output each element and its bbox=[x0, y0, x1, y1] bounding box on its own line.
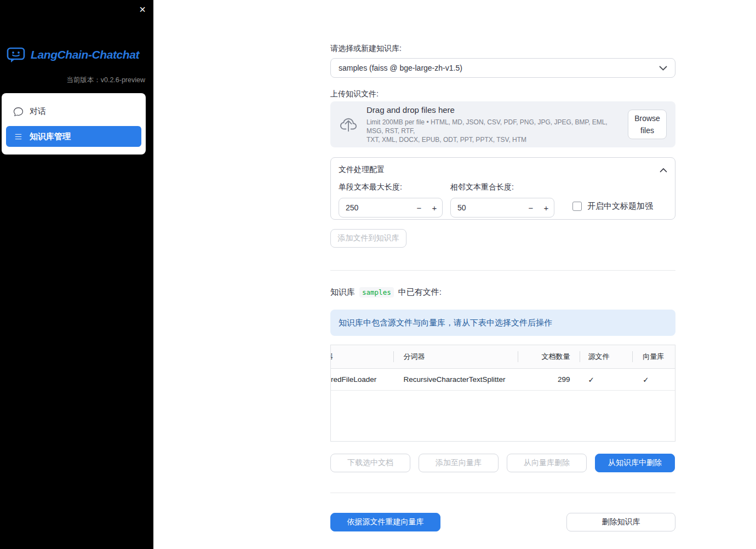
header-cell-source[interactable]: 源文件 bbox=[580, 345, 633, 368]
chevron-up-icon bbox=[660, 168, 667, 173]
overlap-group: 相邻文本重合长度: − + bbox=[450, 181, 554, 218]
kb-selectbox[interactable]: samples (faiss @ bge-large-zh-v1.5) bbox=[330, 58, 675, 78]
dropzone-limit-line1: Limit 200MB per file • HTML, MD, JSON, C… bbox=[366, 118, 619, 135]
divider bbox=[330, 270, 675, 271]
existing-files-prefix: 知识库 bbox=[330, 287, 355, 298]
close-icon[interactable]: × bbox=[139, 3, 146, 16]
table-actions: 下载选中文档 添加至向量库 从向量库删除 从知识库中删除 bbox=[330, 454, 675, 472]
menu-item-knowledge-base[interactable]: 知识库管理 bbox=[6, 126, 141, 147]
config-expander: 文件处理配置 单段文本最大长度: − + 相邻文本重合长度: − + bbox=[330, 157, 675, 220]
existing-files-suffix: 中已有文件: bbox=[398, 287, 442, 298]
zh-title-checkbox[interactable] bbox=[572, 202, 582, 211]
sidebar: × LangChain-Chatchat 当前版本：v0.2.6-preview… bbox=[0, 0, 153, 549]
chunk-size-group: 单段文本最大长度: − + bbox=[339, 181, 443, 218]
list-icon bbox=[14, 132, 23, 141]
kb-name-code: samples bbox=[359, 287, 394, 298]
chevron-down-icon bbox=[659, 66, 667, 71]
rebuild-vector-button[interactable]: 依据源文件重建向量库 bbox=[330, 513, 440, 531]
version-text: 当前版本：v0.2.6-preview bbox=[0, 76, 145, 85]
logo-text: LangChain-Chatchat bbox=[31, 48, 139, 61]
menu-item-label: 对话 bbox=[30, 106, 46, 117]
plus-button[interactable]: + bbox=[539, 203, 554, 213]
files-table: 器 分词器 文档数量 源文件 向量库 redFileLoader Recursi… bbox=[330, 345, 675, 442]
add-files-button[interactable]: 添加文件到知识库 bbox=[330, 229, 406, 248]
config-expander-header[interactable]: 文件处理配置 bbox=[339, 163, 667, 176]
delete-from-kb-button[interactable]: 从知识库中删除 bbox=[595, 454, 675, 472]
add-to-vector-button[interactable]: 添加至向量库 bbox=[419, 454, 499, 472]
footer-actions: 依据源文件重建向量库 删除知识库 bbox=[330, 513, 675, 531]
zh-title-checkbox-row: 开启中文标题加强 bbox=[572, 196, 653, 216]
chat-bubble-icon bbox=[14, 107, 23, 116]
header-cell-splitter[interactable]: 分词器 bbox=[394, 345, 518, 368]
info-banner-text: 知识库中包含源文件与向量库，请从下表中选择文件后操作 bbox=[339, 318, 552, 328]
download-selected-button[interactable]: 下载选中文档 bbox=[330, 454, 410, 472]
upload-label: 上传知识文件: bbox=[330, 88, 675, 99]
cell-source-check: ✓ bbox=[580, 369, 633, 390]
info-banner: 知识库中包含源文件与向量库，请从下表中选择文件后操作 bbox=[330, 310, 675, 336]
config-expander-body: 单段文本最大长度: − + 相邻文本重合长度: − + 开启中文标题加强 bbox=[339, 181, 667, 218]
minus-button[interactable]: − bbox=[411, 203, 427, 213]
menu-item-dialogue[interactable]: 对话 bbox=[6, 101, 141, 122]
divider bbox=[330, 493, 675, 493]
header-cell-loader[interactable]: 器 bbox=[331, 345, 394, 368]
table-header: 器 分词器 文档数量 源文件 向量库 bbox=[331, 345, 675, 369]
chunk-size-input[interactable]: − + bbox=[339, 198, 443, 218]
main-content: 请选择或新建知识库: samples (faiss @ bge-large-zh… bbox=[330, 0, 675, 531]
file-dropzone[interactable]: Drag and drop files here Limit 200MB per… bbox=[330, 101, 675, 147]
browse-files-button[interactable]: Browse files bbox=[628, 110, 667, 140]
logo-chat-icon bbox=[7, 47, 26, 63]
cell-loader: redFileLoader bbox=[331, 369, 394, 390]
dropzone-title: Drag and drop files here bbox=[366, 105, 619, 115]
cell-docs: 299 bbox=[518, 369, 580, 390]
cloud-upload-icon bbox=[339, 116, 358, 133]
overlap-input[interactable]: − + bbox=[450, 198, 554, 218]
app-logo: LangChain-Chatchat bbox=[7, 47, 139, 63]
delete-kb-button[interactable]: 删除知识库 bbox=[566, 513, 675, 531]
menu-item-label: 知识库管理 bbox=[30, 131, 71, 142]
cell-vector-check: ✓ bbox=[633, 369, 675, 390]
dropzone-texts: Drag and drop files here Limit 200MB per… bbox=[366, 105, 619, 144]
header-cell-docs[interactable]: 文档数量 bbox=[518, 345, 580, 368]
sidebar-menu: 对话 知识库管理 bbox=[2, 93, 146, 155]
remove-from-vector-button[interactable]: 从向量库删除 bbox=[507, 454, 587, 472]
chunk-size-value[interactable] bbox=[339, 203, 411, 212]
existing-files-line: 知识库 samples 中已有文件: bbox=[330, 287, 675, 298]
kb-select-label: 请选择或新建知识库: bbox=[330, 43, 675, 54]
header-cell-vector[interactable]: 向量库 bbox=[633, 345, 675, 368]
cell-splitter: RecursiveCharacterTextSplitter bbox=[394, 369, 518, 390]
overlap-value[interactable] bbox=[451, 203, 523, 212]
plus-button[interactable]: + bbox=[427, 203, 442, 213]
chunk-size-label: 单段文本最大长度: bbox=[339, 181, 443, 192]
overlap-label: 相邻文本重合长度: bbox=[450, 181, 554, 192]
minus-button[interactable]: − bbox=[523, 203, 539, 213]
config-expander-title: 文件处理配置 bbox=[339, 165, 385, 175]
dropzone-limit-line2: TXT, XML, DOCX, EPUB, ODT, PPT, PPTX, TS… bbox=[366, 135, 619, 144]
kb-selectbox-value: samples (faiss @ bge-large-zh-v1.5) bbox=[339, 64, 462, 72]
zh-title-checkbox-label[interactable]: 开启中文标题加强 bbox=[587, 201, 653, 211]
table-row[interactable]: redFileLoader RecursiveCharacterTextSpli… bbox=[331, 369, 675, 391]
